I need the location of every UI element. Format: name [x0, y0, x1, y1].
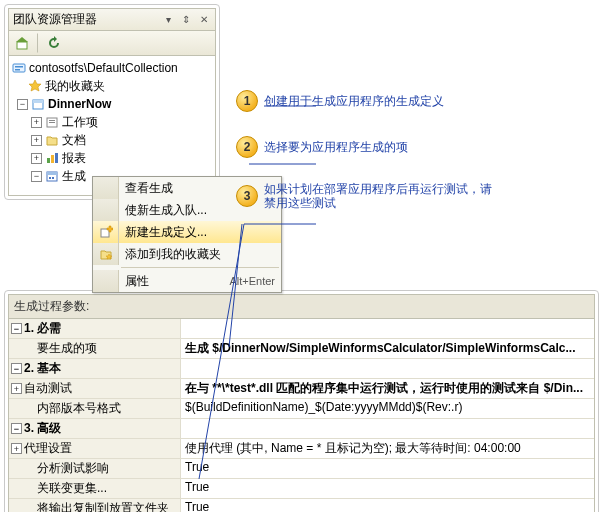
grid-row-agent[interactable]: +代理设置 使用代理 (其中, Name = * 且标记为空); 最大等待时间:…	[9, 438, 594, 458]
dropdown-icon[interactable]: ▾	[161, 13, 175, 27]
svg-rect-15	[47, 172, 57, 175]
callouts: 1 创建用于生成应用程序的生成定义 2 选择要为应用程序生成的项 3 如果计划在…	[236, 76, 596, 234]
property-grid-frame: 生成过程参数: −1. 必需 要生成的项 生成 $/DinnerNow/Simp…	[4, 290, 599, 512]
add-fav-icon	[93, 243, 119, 265]
grid-buildnum-value[interactable]: $(BuildDefinitionName)_$(Date:yyyyMMdd)$…	[181, 399, 594, 418]
svg-rect-11	[47, 158, 50, 163]
grid-buildnum-label: 内部版本号格式	[37, 400, 121, 417]
callout-3-text: 如果计划在部署应用程序后再运行测试，请禁用这些测试	[264, 182, 494, 210]
tree-reports[interactable]: + 报表	[11, 149, 213, 167]
expander-minus-icon[interactable]: −	[11, 363, 22, 374]
expander-minus-icon[interactable]: −	[11, 423, 22, 434]
tree-project-label: DinnerNow	[48, 96, 111, 112]
calendar-icon	[44, 168, 60, 184]
expander-plus-icon[interactable]: +	[31, 153, 42, 164]
expander-plus-icon[interactable]: +	[31, 117, 42, 128]
reports-icon	[44, 150, 60, 166]
callout-1-bullet: 1	[236, 90, 258, 112]
callout-1-text: 创建用于生成应用程序的生成定义	[264, 94, 444, 108]
grid-cat-required-label: 1. 必需	[24, 320, 61, 337]
callout-2: 2 选择要为应用程序生成的项	[236, 136, 596, 158]
tree-view: contosotfs\DefaultCollection 我的收藏夹 − Din…	[8, 56, 216, 196]
grid-cat-basic-label: 2. 基本	[24, 360, 61, 377]
expander-minus-icon[interactable]: −	[31, 171, 42, 182]
grid-row-assoc[interactable]: 关联变更集... True	[9, 478, 594, 498]
expander-plus-icon[interactable]: +	[11, 383, 22, 394]
tree-documents-label: 文档	[62, 132, 86, 148]
grid-items-value[interactable]: 生成 $/DinnerNow/SimpleWinformsCalculator/…	[181, 339, 594, 358]
panel-titlebar: 团队资源管理器 ▾ ⇕ ✕	[8, 8, 216, 31]
svg-rect-3	[15, 66, 23, 68]
expander-plus-icon[interactable]: +	[11, 443, 22, 454]
grid-assoc-label: 关联变更集...	[37, 480, 107, 497]
tree-project[interactable]: − DinnerNow	[11, 95, 213, 113]
refresh-icon[interactable]	[43, 33, 65, 53]
grid-cat-basic[interactable]: −2. 基本	[9, 358, 594, 378]
menu-properties[interactable]: 属性 Alt+Enter	[93, 270, 281, 292]
expander-minus-icon[interactable]: −	[11, 323, 22, 334]
svg-rect-12	[51, 155, 54, 163]
tree-favorites-label: 我的收藏夹	[45, 78, 105, 94]
property-grid-title: 生成过程参数:	[8, 294, 595, 319]
callout-3: 3 如果计划在部署应用程序后再运行测试，请禁用这些测试	[236, 182, 596, 210]
grid-analyze-label: 分析测试影响	[37, 460, 109, 477]
grid-copyout-label: 将输出复制到放置文件夹	[37, 500, 169, 512]
team-explorer-panel: 团队资源管理器 ▾ ⇕ ✕ contosotfs\DefaultCollecti…	[4, 4, 220, 200]
grid-row-copyout[interactable]: 将输出复制到放置文件夹 True	[9, 498, 594, 512]
menu-add-fav[interactable]: 添加到我的收藏夹	[93, 243, 281, 265]
expander-plus-icon[interactable]: +	[31, 135, 42, 146]
grid-autotests-label: 自动测试	[24, 380, 72, 397]
toolbar-separator	[37, 33, 39, 53]
server-icon	[11, 60, 27, 76]
folder-icon	[44, 132, 60, 148]
svg-rect-17	[52, 177, 54, 179]
grid-analyze-value[interactable]: True	[181, 459, 594, 478]
grid-row-items-to-build[interactable]: 要生成的项 生成 $/DinnerNow/SimpleWinformsCalcu…	[9, 338, 594, 358]
svg-rect-9	[49, 120, 55, 121]
svg-rect-7	[33, 100, 43, 103]
grid-row-buildnum[interactable]: 内部版本号格式 $(BuildDefinitionName)_$(Date:yy…	[9, 398, 594, 418]
panel-toolbar	[8, 31, 216, 56]
tree-favorites[interactable]: 我的收藏夹	[11, 77, 213, 95]
svg-rect-2	[13, 64, 25, 72]
grid-cat-advanced[interactable]: −3. 高级	[9, 418, 594, 438]
home-icon[interactable]	[11, 33, 33, 53]
svg-rect-0	[17, 42, 27, 49]
tree-builds-label: 生成	[62, 168, 86, 184]
grid-cat-required[interactable]: −1. 必需	[9, 319, 594, 338]
svg-rect-10	[49, 122, 55, 123]
pin-icon[interactable]: ⇕	[179, 13, 193, 27]
tree-reports-label: 报表	[62, 150, 86, 166]
workitems-icon	[44, 114, 60, 130]
grid-agent-label: 代理设置	[24, 440, 72, 457]
tree-workitems[interactable]: + 工作项	[11, 113, 213, 131]
close-icon[interactable]: ✕	[197, 13, 211, 27]
tree-root-label: contosotfs\DefaultCollection	[29, 60, 178, 76]
grid-cat-advanced-label: 3. 高级	[24, 420, 61, 437]
svg-rect-13	[55, 153, 58, 163]
tree-workitems-label: 工作项	[62, 114, 98, 130]
star-icon	[27, 78, 43, 94]
svg-rect-16	[49, 177, 51, 179]
tree-documents[interactable]: + 文档	[11, 131, 213, 149]
tree-root[interactable]: contosotfs\DefaultCollection	[11, 59, 213, 77]
menu-properties-label: 属性	[119, 273, 229, 290]
grid-row-analyze[interactable]: 分析测试影响 True	[9, 458, 594, 478]
menu-separator	[121, 267, 279, 268]
grid-assoc-value[interactable]: True	[181, 479, 594, 498]
callout-3-bullet: 3	[236, 185, 258, 207]
grid-items-label: 要生成的项	[37, 340, 97, 357]
callout-1: 1 创建用于生成应用程序的生成定义	[236, 90, 596, 112]
panel-title-text: 团队资源管理器	[13, 11, 157, 28]
grid-copyout-value[interactable]: True	[181, 499, 594, 512]
project-icon	[30, 96, 46, 112]
grid-row-auto-tests[interactable]: +自动测试 在与 **\*test*.dll 匹配的程序集中运行测试，运行时使用…	[9, 378, 594, 398]
grid-agent-value[interactable]: 使用代理 (其中, Name = * 且标记为空); 最大等待时间: 04:00…	[181, 439, 594, 458]
svg-rect-4	[15, 69, 20, 71]
new-build-icon	[93, 221, 119, 243]
expander-minus-icon[interactable]: −	[17, 99, 28, 110]
grid-autotests-value[interactable]: 在与 **\*test*.dll 匹配的程序集中运行测试，运行时使用的测试来自 …	[181, 379, 594, 398]
property-grid: −1. 必需 要生成的项 生成 $/DinnerNow/SimpleWinfor…	[8, 319, 595, 512]
callout-2-bullet: 2	[236, 136, 258, 158]
menu-add-fav-label: 添加到我的收藏夹	[119, 246, 275, 263]
